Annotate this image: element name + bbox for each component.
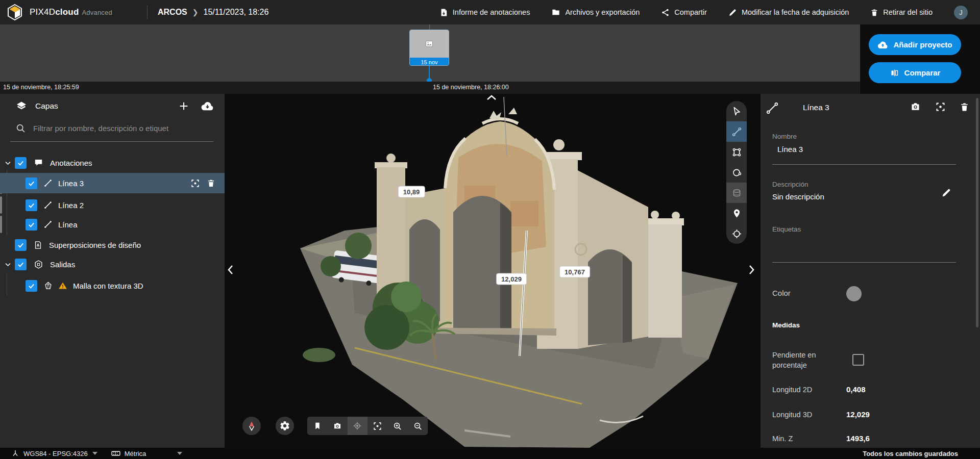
length-3d-value: 12,029: [846, 410, 870, 419]
name-input[interactable]: [777, 145, 946, 154]
delete-annotation-icon[interactable]: [960, 101, 969, 112]
layer-row-linea-3[interactable]: Línea 3: [0, 173, 225, 193]
checkbox-superposiciones[interactable]: [15, 239, 27, 251]
description-value: Sin descripción: [772, 192, 824, 201]
delete-annotation-icon[interactable]: [207, 178, 215, 188]
edit-acquisition-date-button[interactable]: Modificar la fecha de adquisición: [728, 8, 849, 17]
tags-field-underline[interactable]: [772, 262, 956, 263]
viewer-settings-button[interactable]: [276, 417, 294, 435]
trash-icon: [870, 8, 878, 17]
tags-label: Etiquetas: [772, 225, 801, 233]
select-tool[interactable]: [726, 101, 747, 121]
status-bar: WGS84 - EPSG:4326 Métrica Todos los camb…: [0, 448, 980, 459]
checkbox-linea-3[interactable]: [26, 177, 37, 189]
screenshot-button[interactable]: [327, 417, 347, 435]
line-icon: [43, 178, 53, 188]
collapse-left-panel-chevron-icon[interactable]: [227, 264, 234, 275]
chevron-down-icon[interactable]: [4, 159, 12, 167]
timeline-marker-time: 15 de noviembre, 18:26:00: [433, 84, 509, 91]
fit-view-button[interactable]: [368, 417, 387, 435]
min-z-value: 1493,6: [846, 434, 870, 443]
layer-row-superposiciones[interactable]: Superposiciones de diseño: [0, 236, 225, 254]
save-status: Todos los cambios guardados: [863, 450, 958, 457]
zoom-out-button[interactable]: [407, 417, 427, 435]
line-icon: [43, 200, 53, 210]
crs-selector[interactable]: WGS84 - EPSG:4326: [11, 449, 98, 457]
folder-icon: [551, 8, 560, 16]
polygon-tool[interactable]: [726, 142, 747, 162]
edit-description-icon[interactable]: [941, 187, 952, 198]
checkbox-linea[interactable]: [26, 219, 37, 231]
length-3d-label: Longitud 3D: [772, 411, 812, 419]
collapse-timeline-chevron-icon[interactable]: [485, 94, 498, 101]
compass-button[interactable]: [242, 417, 261, 435]
design-overlay-icon: [34, 240, 42, 250]
breadcrumb: ARCOS ❯ 15/11/2023, 18:26: [158, 8, 268, 17]
thumbnail-placeholder: [410, 30, 449, 58]
measurement-label[interactable]: 12,029: [496, 273, 527, 285]
location-tool[interactable]: [726, 203, 747, 223]
layer-row-anotaciones[interactable]: Anotaciones: [0, 154, 225, 171]
download-layers-icon[interactable]: [201, 101, 214, 111]
chevron-down-icon[interactable]: [4, 261, 12, 268]
collapse-right-panel-chevron-icon[interactable]: [748, 264, 755, 275]
outputs-cube-icon: [34, 260, 43, 269]
brand-name: PIX4DcloudAdvanced: [30, 7, 112, 17]
layer-row-linea[interactable]: Línea: [0, 215, 225, 234]
viewer-nav-toolbar: [307, 417, 428, 435]
gcp-tool[interactable]: [726, 223, 747, 244]
checkbox-anotaciones[interactable]: [15, 157, 27, 169]
scene-3d-model: [225, 94, 761, 449]
mesh-icon: [43, 281, 53, 291]
min-z-label: Min. Z: [772, 435, 793, 443]
zoom-to-annotation-icon[interactable]: [935, 101, 946, 112]
zoom-to-annotation-icon[interactable]: [190, 178, 200, 188]
ruler-icon: [111, 450, 120, 457]
files-export-button[interactable]: Archivos y exportación: [551, 8, 640, 16]
layers-filter-input[interactable]: [33, 124, 207, 133]
timeline-scale[interactable]: 15 de noviembre, 18:25:59 15 de noviembr…: [0, 82, 860, 94]
annotation-tool-palette: [726, 101, 747, 244]
breadcrumb-chevron-icon: ❯: [192, 8, 199, 16]
checkbox-salidas[interactable]: [15, 259, 27, 270]
user-avatar[interactable]: J: [954, 6, 968, 19]
pix4d-logo-icon: [7, 4, 22, 20]
measurement-label[interactable]: 10,767: [559, 266, 590, 278]
description-label: Descripción: [772, 181, 808, 188]
compare-button[interactable]: Comparar: [869, 62, 961, 83]
coordinate-system-icon: [11, 449, 19, 457]
breadcrumb-dataset[interactable]: 15/11/2023, 18:26: [204, 8, 269, 17]
annotation-report-icon: [439, 8, 448, 17]
comment-icon: [34, 158, 43, 167]
zoom-in-button[interactable]: [387, 417, 407, 435]
circle-tool[interactable]: [726, 162, 747, 183]
checkbox-linea-2[interactable]: [26, 199, 37, 211]
volume-tool[interactable]: [726, 183, 747, 203]
camera-icon[interactable]: [910, 101, 921, 112]
search-icon: [15, 123, 26, 134]
line-icon: [766, 101, 779, 115]
timeline-thumbnail[interactable]: 15 nov: [409, 30, 449, 66]
viewer-3d[interactable]: 10,89 12,029 10,767: [225, 94, 761, 449]
follow-position-button[interactable]: [348, 417, 368, 435]
share-button[interactable]: Compartir: [661, 8, 707, 17]
units-selector[interactable]: Métrica: [111, 450, 183, 457]
annotation-color-swatch[interactable]: [846, 286, 862, 301]
line-tool[interactable]: [726, 121, 747, 142]
slope-checkbox[interactable]: [852, 354, 864, 366]
annotation-report-button[interactable]: Informe de anotaciones: [439, 8, 530, 17]
add-layer-icon[interactable]: [178, 100, 189, 112]
layer-row-linea-2[interactable]: Línea 2: [0, 196, 225, 214]
checkbox-malla[interactable]: [26, 280, 37, 292]
warning-icon[interactable]: [58, 281, 68, 290]
thumbnail-date-badge: 15 nov: [410, 58, 449, 66]
measurement-label[interactable]: 10,89: [398, 186, 425, 198]
breadcrumb-project[interactable]: ARCOS: [158, 8, 187, 17]
name-label: Nombre: [772, 133, 797, 140]
bookmark-view-button[interactable]: [307, 417, 327, 435]
layer-row-salidas[interactable]: Salidas: [0, 255, 225, 273]
remove-from-site-button[interactable]: Retirar del sitio: [870, 8, 933, 17]
layer-row-malla-3d[interactable]: Malla con textura 3D: [0, 276, 225, 295]
add-project-button[interactable]: Añadir proyecto: [869, 34, 961, 55]
panel-scrollbar-thumb[interactable]: [976, 98, 978, 327]
